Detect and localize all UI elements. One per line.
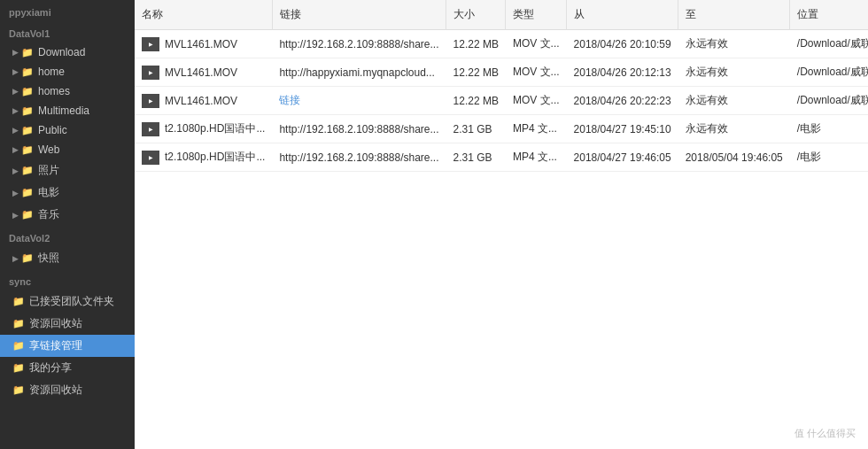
col-name: 名称 [135, 0, 272, 30]
folder-icon: 📁 [21, 209, 34, 221]
sidebar-item-movies[interactable]: ▶ 📁 电影 [0, 182, 135, 204]
folder-icon: 📁 [21, 125, 34, 136]
section-datavol1: DataVol1 [0, 21, 135, 43]
share-link[interactable]: 链接 [279, 94, 300, 106]
sidebar-item-multimedia[interactable]: ▶ 📁 Multimedia [0, 101, 135, 120]
sidebar-item-photos[interactable]: ▶ 📁 照片 [0, 159, 135, 182]
sidebar-item-label: 资源回收站 [29, 316, 82, 331]
expand-arrow-icon: ▶ [12, 254, 19, 263]
file-video-icon [142, 122, 159, 136]
sidebar-item-team-folders[interactable]: 📁 已接受团队文件夹 [0, 290, 135, 313]
folder-icon: 📁 [12, 296, 25, 307]
file-name-text: MVL1461.MOV [165, 38, 237, 50]
folder-icon: 📁 [12, 340, 25, 352]
cell-to: 永远有效 [678, 87, 790, 115]
cell-type: MOV 文... [506, 58, 567, 87]
cell-location: /Download/威联通 [790, 58, 868, 87]
folder-icon: 📁 [12, 362, 25, 374]
sidebar-item-label: 资源回收站 [29, 383, 82, 398]
sidebar-item-share-links[interactable]: 📁 享链接管理 [0, 335, 135, 357]
folder-icon: 📁 [12, 384, 25, 396]
cell-link[interactable]: 链接 [272, 87, 446, 115]
cell-location: /电影 [790, 143, 868, 172]
sidebar-item-recycle2[interactable]: 📁 资源回收站 [0, 379, 135, 401]
cell-from: 2018/04/26 20:12:13 [567, 58, 678, 87]
folder-icon: 📁 [21, 86, 34, 97]
sidebar-item-public[interactable]: ▶ 📁 Public [0, 120, 135, 140]
sidebar-item-music[interactable]: ▶ 📁 音乐 [0, 204, 135, 226]
cell-size: 12.22 MB [446, 30, 506, 58]
table-row: MVL1461.MOV链接12.22 MBMOV 文...2018/04/26 … [135, 87, 868, 115]
expand-arrow-icon: ▶ [12, 166, 19, 175]
cell-to: 永远有效 [678, 30, 790, 58]
expand-arrow-icon: ▶ [12, 48, 19, 57]
file-name-text: t2.1080p.HD国语中... [165, 150, 265, 165]
cell-size: 2.31 GB [446, 115, 506, 143]
expand-arrow-icon: ▶ [12, 145, 19, 154]
folder-icon: 📁 [21, 47, 34, 58]
sidebar-item-download[interactable]: ▶ 📁 Download [0, 43, 135, 62]
folder-icon: 📁 [21, 252, 34, 264]
cell-type: MP4 文... [506, 115, 567, 143]
sidebar-item-homes[interactable]: ▶ 📁 homes [0, 81, 135, 101]
cell-from: 2018/04/26 20:22:23 [567, 87, 678, 115]
cell-from: 2018/04/26 20:10:59 [567, 30, 678, 58]
folder-icon: 📁 [21, 144, 34, 156]
cell-to: 永远有效 [678, 115, 790, 143]
cell-link: http://happyxiami.myqnapcloud... [272, 58, 446, 87]
sidebar-item-label: Public [38, 124, 67, 136]
cell-name: t2.1080p.HD国语中... [135, 115, 272, 143]
folder-icon: 📁 [21, 105, 34, 117]
file-video-icon [142, 151, 159, 165]
sidebar-item-label: 快照 [38, 251, 59, 266]
cell-link: http://192.168.2.109:8888/share... [272, 30, 446, 58]
sidebar-item-home[interactable]: ▶ 📁 home [0, 62, 135, 81]
app-name: ppyxiami [0, 0, 135, 21]
cell-name: t2.1080p.HD国语中... [135, 143, 272, 172]
cell-size: 12.22 MB [446, 58, 506, 87]
folder-icon: 📁 [12, 318, 25, 329]
expand-arrow-icon: ▶ [12, 106, 19, 115]
sidebar: ppyxiami DataVol1 ▶ 📁 Download ▶ 📁 home … [0, 0, 135, 449]
cell-location: /Download/威联通 [790, 30, 868, 58]
table-row: t2.1080p.HD国语中...http://192.168.2.109:88… [135, 115, 868, 143]
sidebar-item-label: Multimedia [38, 105, 89, 117]
expand-arrow-icon: ▶ [12, 126, 19, 135]
sidebar-item-label: 我的分享 [29, 360, 72, 375]
cell-location: /Download/威联通 [790, 87, 868, 115]
sidebar-item-label: 音乐 [38, 207, 59, 222]
sidebar-item-web[interactable]: ▶ 📁 Web [0, 140, 135, 159]
col-size: 大小 [446, 0, 506, 30]
cell-from: 2018/04/27 19:46:05 [567, 143, 678, 172]
expand-arrow-icon: ▶ [12, 211, 19, 220]
col-type: 类型 [506, 0, 567, 30]
folder-icon: 📁 [21, 187, 34, 198]
file-video-icon [142, 94, 159, 108]
cell-type: MOV 文... [506, 30, 567, 58]
cell-name: MVL1461.MOV [135, 58, 272, 87]
expand-arrow-icon: ▶ [12, 189, 19, 197]
cell-size: 2.31 GB [446, 143, 506, 172]
sidebar-item-my-share[interactable]: 📁 我的分享 [0, 357, 135, 379]
folder-icon: 📁 [21, 165, 34, 176]
expand-arrow-icon: ▶ [12, 67, 19, 76]
section-datavol2: DataVol2 [0, 226, 135, 247]
cell-type: MOV 文... [506, 87, 567, 115]
cell-link: http://192.168.2.109:8888/share... [272, 143, 446, 172]
table-row: MVL1461.MOVhttp://192.168.2.109:8888/sha… [135, 30, 868, 58]
sidebar-item-label: 享链接管理 [29, 338, 82, 353]
col-from: 从 [567, 0, 678, 30]
cell-location: /电影 [790, 115, 868, 143]
col-location: 位置 [790, 0, 868, 30]
sidebar-item-snapshot[interactable]: ▶ 📁 快照 [0, 247, 135, 269]
sidebar-item-label: 照片 [38, 163, 59, 178]
file-name-text: MVL1461.MOV [165, 95, 237, 107]
cell-link: http://192.168.2.109:8888/share... [272, 115, 446, 143]
section-sync: sync [0, 269, 135, 290]
sidebar-item-recycle[interactable]: 📁 资源回收站 [0, 313, 135, 335]
cell-name: MVL1461.MOV [135, 87, 272, 115]
table-row: t2.1080p.HD国语中...http://192.168.2.109:88… [135, 143, 868, 172]
cell-from: 2018/04/27 19:45:10 [567, 115, 678, 143]
main-content: 名称 链接 大小 类型 从 至 位置 创建人 MVL1461.MOVhttp:/… [135, 0, 868, 449]
expand-arrow-icon: ▶ [12, 87, 19, 96]
